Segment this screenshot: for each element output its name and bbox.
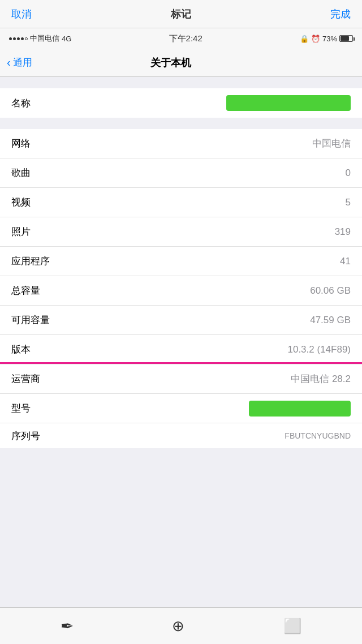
- row-photos: 照片 319: [0, 217, 362, 247]
- network-type: 4G: [62, 35, 71, 43]
- annotation-bar: 取消 标记 完成: [0, 0, 362, 28]
- battery-percent: 73%: [322, 35, 337, 43]
- bottom-toolbar: ✒ ⊕ ⬜: [0, 607, 362, 644]
- carrier-label: 中国电信: [30, 33, 59, 44]
- status-time: 下午2:42: [169, 33, 202, 44]
- back-button[interactable]: ‹ 通用: [7, 56, 32, 69]
- chevron-left-icon: ‹: [7, 56, 11, 69]
- row-model-value-highlight: [249, 401, 351, 417]
- row-songs-value: 0: [346, 168, 351, 179]
- info-section: 网络 中国电信 歌曲 0 视频 5 照片 319 应用程序 41 总容量 60.…: [0, 129, 362, 448]
- nav-bar: ‹ 通用 关于本机: [0, 49, 362, 77]
- row-photos-label: 照片: [11, 225, 31, 238]
- cancel-button[interactable]: 取消: [11, 7, 32, 21]
- row-network: 网络 中国电信: [0, 129, 362, 158]
- row-name-label: 名称: [11, 97, 31, 110]
- status-bar: 中国电信 4G 下午2:42 🔒 ⏰ 73%: [0, 28, 362, 49]
- dot1: [9, 37, 12, 40]
- row-available: 可用容量 47.59 GB: [0, 306, 362, 335]
- row-network-label: 网络: [11, 137, 31, 150]
- row-available-label: 可用容量: [11, 314, 50, 327]
- section-gap-top: [0, 77, 362, 88]
- markup-crop-icon[interactable]: ⬜: [283, 617, 301, 635]
- section-gap-2: [0, 118, 362, 129]
- name-section: 名称: [0, 88, 362, 118]
- markup-pen-icon[interactable]: ✒: [61, 617, 74, 636]
- row-serial: 序列号 FBUTCNYUGBND: [0, 423, 362, 448]
- row-version-label: 版本: [11, 343, 31, 356]
- row-apps: 应用程序 41: [0, 247, 362, 276]
- row-name: 名称: [0, 88, 362, 118]
- page-title: 关于本机: [150, 56, 191, 70]
- row-version-value: 10.3.2 (14F89): [287, 344, 351, 355]
- dot5: [25, 37, 28, 40]
- battery-fill: [341, 36, 349, 41]
- alarm-icon: ⏰: [311, 35, 320, 43]
- row-total-capacity-value: 60.06 GB: [310, 285, 351, 297]
- row-apps-value: 41: [340, 256, 351, 267]
- row-carrier-label: 运营商: [11, 372, 40, 385]
- back-label[interactable]: 通用: [13, 56, 32, 69]
- signal-dots: [9, 37, 28, 40]
- battery-icon: [339, 35, 353, 42]
- row-photos-value: 319: [335, 226, 351, 238]
- row-songs-label: 歌曲: [11, 166, 31, 179]
- status-right: 🔒 ⏰ 73%: [300, 35, 353, 43]
- dot4: [21, 37, 24, 40]
- dot2: [13, 37, 16, 40]
- lock-icon: 🔒: [300, 35, 309, 43]
- row-name-value-highlight: [226, 95, 351, 111]
- row-version: 版本 10.3.2 (14F89): [0, 335, 362, 364]
- row-model-label: 型号: [11, 402, 31, 415]
- row-videos-value: 5: [346, 197, 351, 208]
- row-available-value: 47.59 GB: [310, 315, 351, 326]
- done-button[interactable]: 完成: [330, 7, 351, 21]
- status-left: 中国电信 4G: [9, 33, 71, 44]
- row-serial-value: FBUTCNYUGBND: [285, 431, 351, 440]
- row-total-capacity: 总容量 60.06 GB: [0, 276, 362, 306]
- row-videos: 视频 5: [0, 188, 362, 217]
- dot3: [17, 37, 20, 40]
- row-carrier: 运营商 中国电信 28.2: [0, 364, 362, 394]
- row-network-value: 中国电信: [312, 137, 351, 150]
- row-videos-label: 视频: [11, 196, 31, 209]
- row-model: 型号: [0, 394, 362, 423]
- row-total-capacity-label: 总容量: [11, 284, 40, 297]
- row-apps-label: 应用程序: [11, 255, 50, 268]
- row-songs: 歌曲 0: [0, 158, 362, 188]
- row-serial-label: 序列号: [11, 430, 40, 443]
- annotation-title: 标记: [171, 7, 191, 21]
- row-carrier-value: 中国电信 28.2: [291, 372, 351, 385]
- markup-lasso-icon[interactable]: ⊕: [172, 617, 184, 635]
